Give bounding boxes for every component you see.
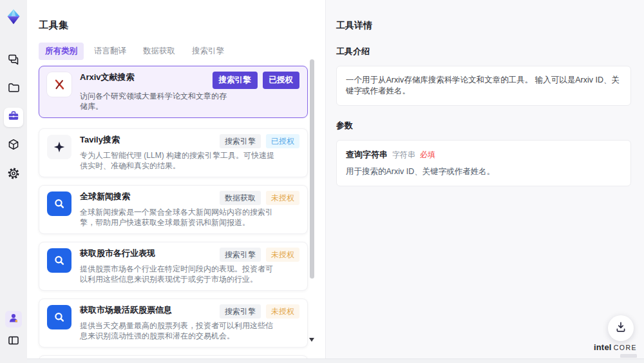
tool-description: 访问各个研究领域大量科学论文和文章的存储库。 <box>80 91 228 112</box>
tool-name: 全球新闻搜索 <box>80 191 130 202</box>
panel-toggle-icon <box>7 334 20 349</box>
auth-status-badge: 未授权 <box>266 248 299 262</box>
app-logo gem-logo-icon <box>4 7 23 26</box>
avatar-icon <box>7 311 20 327</box>
intel-core-logo: intel CORE <box>594 343 637 358</box>
param-box: 查询字符串 字符串 必填 用于搜索的Arxiv ID、关键字或作者姓名。 <box>336 140 631 186</box>
tool-card[interactable]: 获取市场最活跃股票信息 搜索引擎 未授权 提供当天交易量最高的股票列表，投资者可… <box>39 299 308 348</box>
category-tab[interactable]: 搜索引擎 <box>185 43 231 60</box>
tool-icon <box>47 305 71 329</box>
category-badge: 搜索引擎 <box>213 72 258 89</box>
brand-intel-text: intel <box>594 343 612 351</box>
download-fab-button[interactable] <box>608 315 634 341</box>
sidebar-item-packages[interactable] <box>4 136 23 155</box>
intro-text: 一个用于从Arxiv存储库搜索科学论文和文章的工具。 输入可以是Arxiv ID… <box>346 75 621 97</box>
category-badge: 搜索引擎 <box>220 134 261 148</box>
tool-name: 获取股市各行业表现 <box>80 248 155 259</box>
tool-description: 全球新闻搜索是一个聚合全球各大新闻网站内容的搜索引擎，帮助用户快速获取全球最新资… <box>80 207 274 228</box>
tool-card[interactable]: Arxiv文献搜索 搜索引擎 已授权 访问各个研究领域大量科学论文和文章的存储库… <box>39 66 308 118</box>
search-glyph-icon <box>53 197 66 210</box>
intro-heading: 工具介绍 <box>336 46 631 57</box>
category-badge: 搜索引擎 <box>220 304 261 319</box>
arxiv-icon <box>52 77 66 92</box>
tools-list-panel: 工具集 所有类别 语言翻译 数据获取 搜索引擎 <box>27 0 325 358</box>
tool-card[interactable]: 全球新闻搜索 数据获取 未授权 全球新闻搜索是一个聚合全球各大新闻网站内容的搜索… <box>39 185 308 234</box>
auth-status-badge: 未授权 <box>266 304 299 319</box>
search-glyph-icon <box>53 311 66 324</box>
sidebar-item-chat[interactable] <box>4 51 23 70</box>
chat-icon <box>7 53 20 68</box>
brand-core-text: CORE <box>614 344 637 351</box>
param-type: 字符串 <box>392 150 415 161</box>
tool-icon <box>47 72 71 97</box>
panel-toggle-button[interactable] <box>4 332 23 351</box>
tool-icon <box>47 135 71 159</box>
category-tab[interactable]: 数据获取 <box>137 43 182 60</box>
user-avatar[interactable] <box>5 311 22 328</box>
intro-box: 一个用于从Arxiv存储库搜索科学论文和文章的工具。 输入可以是Arxiv ID… <box>336 66 631 106</box>
tool-name: 获取市场最活跃股票信息 <box>80 304 172 316</box>
auth-status-badge: 未授权 <box>266 191 299 205</box>
detail-title: 工具详情 <box>336 20 631 32</box>
sidebar-item-files[interactable] <box>4 79 23 99</box>
folder-icon <box>7 81 20 97</box>
download-icon <box>614 320 627 336</box>
sidebar-item-toolbox[interactable] <box>4 108 23 127</box>
page-title: 工具集 <box>39 19 325 32</box>
tool-description: 提供当天交易量最高的股票列表，投资者可以利用这些信息来识别流动性强的股票和潜在的… <box>80 320 274 342</box>
tavily-star-icon <box>53 141 66 153</box>
param-name: 查询字符串 <box>346 149 388 161</box>
window-bottom-edge <box>27 358 644 363</box>
cube-icon <box>7 138 20 153</box>
auth-status-badge: 已授权 <box>266 134 299 148</box>
tool-card[interactable]: 获取股市各行业表现 搜索引擎 未授权 提供股票市场各个行业在特定时间段内的表现。… <box>39 242 308 291</box>
tool-description: 提供股票市场各个行业在特定时间段内的表现。投资者可以利用这些信息来识别表现优于或… <box>80 264 274 285</box>
scroll-down-arrow-icon[interactable] <box>309 338 314 342</box>
tool-icon <box>47 191 71 216</box>
brand-accent-bar <box>620 354 637 358</box>
settings-gear-icon <box>7 167 20 182</box>
tool-detail-panel: 工具详情 工具介绍 一个用于从Arxiv存储库搜索科学论文和文章的工具。 输入可… <box>325 0 644 358</box>
tools-list: Arxiv文献搜索 搜索引擎 已授权 访问各个研究领域大量科学论文和文章的存储库… <box>39 66 308 358</box>
app-window: 工具集 所有类别 语言翻译 数据获取 搜索引擎 <box>0 0 644 363</box>
sidebar-nav <box>4 51 23 184</box>
param-required-badge: 必填 <box>420 150 435 161</box>
tool-description: 专为人工智能代理 (LLM) 构建的搜索引擎工具。可快速提供实时、准确和真实的结… <box>80 150 274 172</box>
toolbox-icon <box>7 110 20 125</box>
category-tab[interactable]: 所有类别 <box>39 43 84 60</box>
param-description: 用于搜索的Arxiv ID、关键字或作者姓名。 <box>346 166 621 177</box>
tool-name: Arxiv文献搜索 <box>80 72 135 83</box>
category-badge: 搜索引擎 <box>220 248 261 262</box>
category-badge: 数据获取 <box>220 191 261 205</box>
tool-card[interactable]: Tavily搜索 搜索引擎 已授权 专为人工智能代理 (LLM) 构建的搜索引擎… <box>39 128 308 177</box>
sidebar-item-settings[interactable] <box>4 164 23 184</box>
auth-status-badge: 已授权 <box>263 72 300 89</box>
search-glyph-icon <box>53 254 66 267</box>
tool-icon <box>47 248 71 273</box>
category-tabs: 所有类别 语言翻译 数据获取 搜索引擎 <box>39 43 325 60</box>
category-tab[interactable]: 语言翻译 <box>88 43 133 60</box>
sidebar <box>0 0 27 363</box>
list-scrollbar-thumb[interactable] <box>310 59 314 279</box>
tool-name: Tavily搜索 <box>80 134 120 146</box>
sidebar-bottom <box>4 311 23 351</box>
params-heading: 参数 <box>336 120 631 132</box>
